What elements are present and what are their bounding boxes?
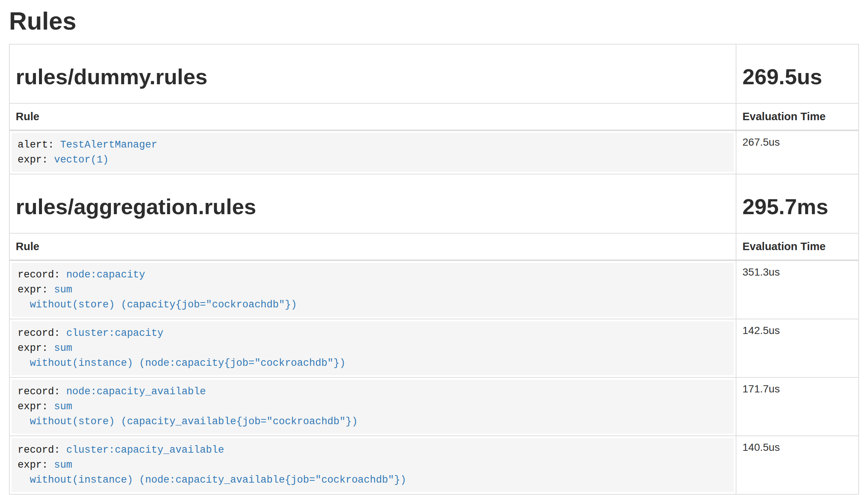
rule-cell: record: node:capacity_availableexpr: sum… <box>9 377 736 436</box>
rule-row: record: cluster:capacity_availableexpr: … <box>9 436 859 494</box>
column-header-row: Rule Evaluation Time <box>9 233 859 260</box>
group-header-row: rules/aggregation.rules 295.7ms <box>9 174 859 233</box>
rule-code: record: cluster:capacity_availableexpr: … <box>12 438 734 492</box>
rule-evaluation-time: 267.5us <box>736 130 859 174</box>
record-keyword: record: <box>18 386 66 397</box>
expr-link[interactable]: sum without(store) (capacity_available{j… <box>18 401 358 427</box>
rule-evaluation-time: 351.3us <box>736 260 859 319</box>
expr-link[interactable]: vector(1) <box>54 154 109 165</box>
record-name-link[interactable]: cluster:capacity_available <box>66 444 224 456</box>
rule-group-aggregation: rules/aggregation.rules 295.7ms Rule Eva… <box>9 174 859 494</box>
rule-group-dummy: rules/dummy.rules 269.5us Rule Evaluatio… <box>9 44 859 174</box>
alert-keyword: alert: <box>18 139 60 151</box>
rule-code: alert: TestAlertManagerexpr: vector(1) <box>12 133 734 172</box>
expr-link[interactable]: sum without(instance) (node:capacity_ava… <box>18 459 406 486</box>
expr-link[interactable]: sum without(instance) (node:capacity{job… <box>18 343 346 369</box>
group-file-cell: rules/aggregation.rules <box>9 174 736 233</box>
record-keyword: record: <box>18 269 66 280</box>
rule-cell: record: node:capacityexpr: sum without(s… <box>9 260 736 319</box>
expr-keyword: expr: <box>18 401 54 412</box>
rule-row: record: node:capacity_availableexpr: sum… <box>9 377 859 436</box>
rule-code: record: cluster:capacityexpr: sum withou… <box>12 321 734 375</box>
expr-keyword: expr: <box>18 154 54 165</box>
group-evaluation-time-cell: 295.7ms <box>736 174 859 233</box>
rule-column-header: Rule <box>9 233 736 260</box>
rule-cell: alert: TestAlertManagerexpr: vector(1) <box>9 130 736 174</box>
rule-cell: record: cluster:capacityexpr: sum withou… <box>9 319 736 377</box>
page-title: Rules <box>9 8 859 34</box>
record-name-link[interactable]: cluster:capacity <box>66 328 163 339</box>
rule-code: record: node:capacity_availableexpr: sum… <box>12 380 734 434</box>
evaluation-time-column-header: Evaluation Time <box>736 233 859 260</box>
group-file-cell: rules/dummy.rules <box>9 44 736 103</box>
evaluation-time-column-header: Evaluation Time <box>736 103 859 130</box>
expr-keyword: expr: <box>18 459 54 471</box>
rules-page: Rules rules/dummy.rules 269.5us Rule Eva… <box>0 0 868 495</box>
record-keyword: record: <box>18 444 66 456</box>
column-header-row: Rule Evaluation Time <box>9 103 859 130</box>
record-keyword: record: <box>18 328 66 339</box>
group-file-name: rules/dummy.rules <box>16 65 730 89</box>
rule-row: record: node:capacityexpr: sum without(s… <box>9 260 859 319</box>
expr-keyword: expr: <box>18 284 54 295</box>
record-name-link[interactable]: node:capacity <box>66 269 145 280</box>
rule-evaluation-time: 171.7us <box>736 377 859 436</box>
group-evaluation-time: 269.5us <box>742 65 852 89</box>
rule-cell: record: cluster:capacity_availableexpr: … <box>9 436 736 494</box>
rule-column-header: Rule <box>9 103 736 130</box>
record-name-link[interactable]: node:capacity_available <box>66 386 206 397</box>
group-evaluation-time: 295.7ms <box>742 195 852 219</box>
rule-code: record: node:capacityexpr: sum without(s… <box>12 263 734 317</box>
group-file-name: rules/aggregation.rules <box>16 195 730 219</box>
rules-table: rules/dummy.rules 269.5us Rule Evaluatio… <box>9 44 859 495</box>
group-evaluation-time-cell: 269.5us <box>736 44 859 103</box>
alert-name-link[interactable]: TestAlertManager <box>60 139 157 151</box>
rule-row: alert: TestAlertManagerexpr: vector(1) 2… <box>9 130 859 174</box>
rule-evaluation-time: 142.5us <box>736 319 859 377</box>
rule-evaluation-time: 140.5us <box>736 436 859 494</box>
expr-keyword: expr: <box>18 343 54 354</box>
rule-row: record: cluster:capacityexpr: sum withou… <box>9 319 859 377</box>
group-header-row: rules/dummy.rules 269.5us <box>9 44 859 103</box>
expr-link[interactable]: sum without(store) (capacity{job="cockro… <box>18 284 297 310</box>
